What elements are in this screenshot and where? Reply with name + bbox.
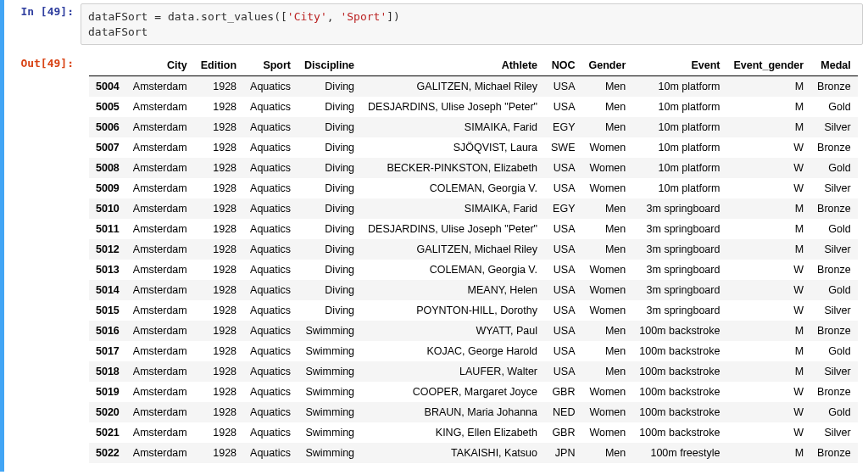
cell-edition: 1928: [194, 76, 243, 98]
cell-noc: USA: [544, 341, 581, 361]
cell-gender: Men: [581, 219, 632, 239]
column-header: Gender: [581, 55, 632, 76]
column-header: Discipline: [298, 55, 361, 76]
cell-athlete: SIMAIKA, Farid: [361, 117, 544, 137]
row-index: 5010: [89, 198, 126, 219]
cell-discipline: Diving: [298, 76, 361, 98]
row-index: 5007: [89, 137, 126, 158]
cell-edition: 1928: [194, 239, 243, 260]
cell-city: Amsterdam: [126, 300, 194, 321]
cell-edition: 1928: [194, 178, 243, 198]
cell-athlete: DESJARDINS, Ulise Joseph "Peter": [361, 97, 544, 117]
code-string: 'City': [287, 10, 327, 23]
cell-edition: 1928: [194, 422, 243, 443]
cell-medal: Bronze: [810, 382, 858, 402]
cell-discipline: Swimming: [298, 341, 361, 361]
table-row: 5019Amsterdam1928AquaticsSwimmingCOOPER,…: [89, 382, 858, 402]
cell-event: 10m platform: [632, 97, 726, 117]
table-row: 5020Amsterdam1928AquaticsSwimmingBRAUN, …: [89, 402, 858, 422]
cell-sport: Aquatics: [243, 443, 298, 463]
cell-medal: Gold: [810, 219, 858, 239]
column-header: Athlete: [361, 55, 544, 76]
table-row: 5014Amsterdam1928AquaticsDivingMEANY, He…: [89, 280, 858, 300]
cell-athlete: GALITZEN, Michael Riley: [361, 239, 544, 260]
cell-edition: 1928: [194, 198, 243, 219]
cell-event: 100m backstroke: [632, 402, 726, 422]
cell-sport: Aquatics: [243, 97, 298, 117]
cell-gender: Women: [581, 382, 632, 402]
cell-noc: EGY: [544, 198, 581, 219]
table-row: 5005Amsterdam1928AquaticsDivingDESJARDIN…: [89, 97, 858, 117]
code-string: 'Sport': [340, 10, 387, 23]
table-row: 5004Amsterdam1928AquaticsDivingGALITZEN,…: [89, 76, 858, 98]
cell-medal: Silver: [810, 178, 858, 198]
row-index: 5016: [89, 321, 126, 341]
cell-gender: Women: [581, 402, 632, 422]
cell-discipline: Swimming: [298, 361, 361, 382]
code-input[interactable]: dataFSort = data.sort_values(['City', 'S…: [81, 3, 863, 45]
cell-sport: Aquatics: [243, 382, 298, 402]
cell-city: Amsterdam: [126, 260, 194, 280]
cell-medal: Bronze: [810, 76, 858, 98]
cell-city: Amsterdam: [126, 117, 194, 137]
cell-noc: SWE: [544, 137, 581, 158]
cell-gender: Women: [581, 300, 632, 321]
cell-edition: 1928: [194, 260, 243, 280]
cell-sport: Aquatics: [243, 178, 298, 198]
cell-discipline: Swimming: [298, 402, 361, 422]
cell-event: 3m springboard: [632, 280, 726, 300]
cell-event_gender: M: [726, 361, 810, 382]
in-prompt: In [49]:: [4, 0, 81, 18]
cell-discipline: Swimming: [298, 422, 361, 443]
cell-gender: Women: [581, 158, 632, 178]
table-row: 5007Amsterdam1928AquaticsDivingSJÖQVIST,…: [89, 137, 858, 158]
code-token: dataFSort = data.sort_values([: [88, 10, 287, 23]
row-index: 5020: [89, 402, 126, 422]
cell-discipline: Diving: [298, 300, 361, 321]
cell-noc: USA: [544, 178, 581, 198]
cell-event_gender: M: [726, 219, 810, 239]
cell-noc: JPN: [544, 443, 581, 463]
row-index: 5004: [89, 76, 126, 98]
cell-edition: 1928: [194, 280, 243, 300]
cell-medal: Bronze: [810, 137, 858, 158]
cell-discipline: Diving: [298, 198, 361, 219]
cell-sport: Aquatics: [243, 341, 298, 361]
column-header: Medal: [810, 55, 858, 76]
table-row: 5012Amsterdam1928AquaticsDivingGALITZEN,…: [89, 239, 858, 260]
cell-city: Amsterdam: [126, 219, 194, 239]
cell-gender: Men: [581, 198, 632, 219]
index-header: [89, 55, 126, 76]
cell-medal: Gold: [810, 97, 858, 117]
cell-city: Amsterdam: [126, 402, 194, 422]
cell-edition: 1928: [194, 97, 243, 117]
table-row: 5006Amsterdam1928AquaticsDivingSIMAIKA, …: [89, 117, 858, 137]
cell-noc: USA: [544, 219, 581, 239]
cell-event_gender: W: [726, 280, 810, 300]
cell-athlete: KING, Ellen Elizabeth: [361, 422, 544, 443]
code-token: ]): [387, 10, 400, 23]
cell-event_gender: W: [726, 382, 810, 402]
cell-noc: USA: [544, 300, 581, 321]
cell-noc: GBR: [544, 382, 581, 402]
cell-event: 100m backstroke: [632, 341, 726, 361]
cell-event: 100m backstroke: [632, 422, 726, 443]
cell-gender: Men: [581, 76, 632, 98]
cell-athlete: COLEMAN, Georgia V.: [361, 178, 544, 198]
cell-discipline: Diving: [298, 137, 361, 158]
cell-athlete: GALITZEN, Michael Riley: [361, 76, 544, 98]
dataframe-table: CityEditionSportDisciplineAthleteNOCGend…: [89, 55, 858, 463]
cell-sport: Aquatics: [243, 219, 298, 239]
cell-medal: Bronze: [810, 260, 858, 280]
cell-edition: 1928: [194, 341, 243, 361]
cell-discipline: Swimming: [298, 321, 361, 341]
cell-event_gender: W: [726, 260, 810, 280]
cell-medal: Silver: [810, 117, 858, 137]
row-index: 5014: [89, 280, 126, 300]
cell-discipline: Diving: [298, 178, 361, 198]
code-line: dataFSort: [88, 25, 147, 38]
cell-sport: Aquatics: [243, 239, 298, 260]
cell-discipline: Swimming: [298, 443, 361, 463]
cell-gender: Men: [581, 341, 632, 361]
cell-city: Amsterdam: [126, 422, 194, 443]
